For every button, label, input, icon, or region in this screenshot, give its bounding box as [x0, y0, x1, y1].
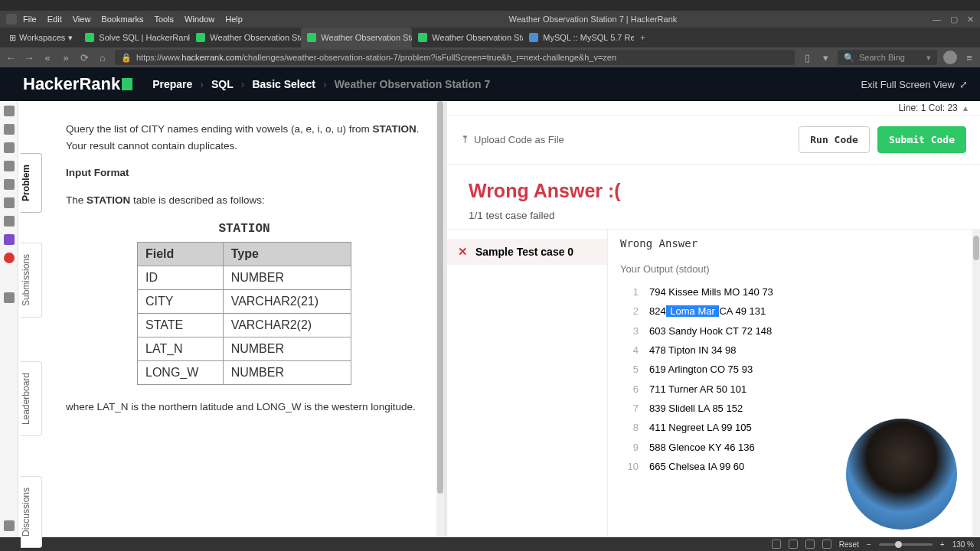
tab-discussions[interactable]: Discussions	[21, 476, 42, 548]
output-line: 3603 Sandy Hook CT 72 148	[620, 321, 968, 341]
rail-icon[interactable]	[4, 161, 15, 171]
menu-view[interactable]: View	[73, 15, 91, 24]
window-controls: — ▢ ✕	[933, 15, 974, 24]
upload-icon: ⤒	[461, 134, 469, 145]
browser-tabbar: ⊞Workspaces▾ Solve SQL | HackerRank Weat…	[0, 28, 980, 47]
breadcrumb: Prepare › SQL › Basic Select › Weather O…	[152, 78, 490, 90]
rail-icon[interactable]	[4, 179, 15, 190]
tab-problem[interactable]: Problem	[21, 153, 42, 213]
webcam-overlay	[846, 419, 957, 530]
input-format-heading: Input Format	[66, 165, 423, 181]
logo-square-icon	[122, 78, 132, 90]
vertical-tabs: Problem Submissions Leaderboard Discussi…	[18, 101, 44, 537]
url-input[interactable]: 🔒 https://www.hackerrank.com/challenges/…	[115, 50, 795, 65]
browser-menubar: File Edit View Bookmarks Tools Window He…	[0, 11, 980, 28]
search-icon: 🔍	[844, 53, 854, 63]
reset-button[interactable]: Reset	[839, 540, 859, 549]
home-icon[interactable]: ⌂	[96, 52, 109, 64]
output-line: 7839 Slidell LA 85 152	[620, 399, 968, 418]
breadcrumb-item-current: Weather Observation Station 7	[335, 78, 491, 90]
reader-icon[interactable]: ▯	[801, 52, 813, 64]
tab-leaderboard[interactable]: Leaderboard	[21, 361, 42, 436]
action-bar: ⤒ Upload Code as File Run Code Submit Co…	[447, 116, 980, 165]
schema-table: FieldType IDNUMBER CITYVARCHAR2(21) STAT…	[137, 242, 351, 385]
rail-icon[interactable]	[4, 124, 15, 135]
menu-window[interactable]: Window	[185, 15, 214, 24]
output-line: 5619 Arlington CO 75 93	[620, 360, 968, 379]
testcase-list: ✕ Sample Test case 0	[447, 230, 608, 537]
menu-help[interactable]: Help	[225, 15, 243, 24]
profile-avatar[interactable]	[943, 51, 957, 64]
history-fwd-icon[interactable]: »	[60, 52, 72, 64]
main-content: Problem Submissions Leaderboard Discussi…	[0, 101, 980, 537]
rail-icon[interactable]	[4, 216, 15, 227]
rail-icon[interactable]	[4, 106, 15, 116]
rail-icon[interactable]	[4, 234, 15, 245]
browser-tab-active[interactable]: Weather Observation Stati	[301, 28, 412, 47]
zoom-in-icon[interactable]: +	[940, 540, 945, 549]
favicon-icon	[418, 33, 427, 42]
tab-submissions[interactable]: Submissions	[21, 243, 42, 318]
window-titlebar	[0, 0, 980, 11]
schema-table-image: STATION FieldType IDNUMBER CITYVARCHAR2(…	[137, 222, 351, 385]
fail-icon: ✕	[458, 245, 468, 259]
history-back-icon[interactable]: «	[41, 52, 54, 64]
minimize-icon[interactable]: —	[933, 15, 941, 24]
tool-icon[interactable]	[822, 540, 831, 549]
menu-bookmarks[interactable]: Bookmarks	[101, 15, 143, 24]
browser-tab[interactable]: Weather Observation Stati	[412, 28, 523, 47]
browser-tab[interactable]: Solve SQL | HackerRank	[79, 28, 190, 47]
browser-urlbar: ← → « » ⟳ ⌂ 🔒 https://www.hackerrank.com…	[0, 47, 980, 67]
breadcrumb-item[interactable]: Basic Select	[252, 78, 315, 90]
maximize-icon[interactable]: ▢	[950, 15, 958, 24]
back-icon[interactable]: ←	[5, 52, 17, 64]
bottom-bar: Reset − + 130 %	[0, 537, 980, 551]
scrollbar[interactable]	[972, 230, 980, 537]
tool-icon[interactable]	[772, 540, 781, 549]
browser-tab[interactable]: Weather Observation Stati	[190, 28, 301, 47]
menu-tools[interactable]: Tools	[154, 15, 174, 24]
zoom-out-icon[interactable]: −	[867, 540, 871, 549]
result-title: Wrong Answer :(	[469, 180, 959, 202]
tool-icon[interactable]	[789, 540, 798, 549]
chevron-right-icon: ›	[200, 78, 204, 90]
breadcrumb-item[interactable]: Prepare	[152, 78, 192, 90]
zoom-slider[interactable]	[879, 543, 933, 546]
upload-code-button[interactable]: ⤒ Upload Code as File	[461, 134, 564, 145]
testcase-item[interactable]: ✕ Sample Test case 0	[447, 239, 607, 265]
table-intro: The STATION table is described as follow…	[66, 192, 423, 209]
lock-icon: 🔒	[121, 53, 132, 63]
result-header: Wrong Answer :( 1/1 test case failed	[447, 165, 980, 229]
browser-tab[interactable]: MySQL :: MySQL 5.7 Refere	[523, 28, 634, 47]
output-line: 4478 Tipton IN 34 98	[620, 341, 968, 360]
tool-icon[interactable]	[805, 540, 815, 549]
stdout-label: Your Output (stdout)	[620, 263, 968, 275]
menu-icon[interactable]: ≡	[963, 52, 975, 64]
rail-icon[interactable]	[4, 292, 15, 303]
window-title: Weather Observation Station 7 | HackerRa…	[253, 15, 933, 24]
firefox-icon	[6, 14, 17, 24]
zoom-value: 130 %	[952, 540, 974, 549]
run-code-button[interactable]: Run Code	[799, 126, 870, 153]
menu-edit[interactable]: Edit	[47, 15, 62, 24]
breadcrumb-item[interactable]: SQL	[211, 78, 234, 90]
close-icon[interactable]: ✕	[967, 15, 974, 24]
hackerrank-logo[interactable]: HackerRank	[23, 74, 132, 94]
rail-icon[interactable]	[4, 253, 15, 263]
workspaces-button[interactable]: ⊞Workspaces▾	[3, 33, 79, 43]
rail-icon[interactable]	[4, 142, 15, 153]
forward-icon[interactable]: →	[23, 52, 35, 64]
output-line: 6711 Turner AR 50 101	[620, 380, 968, 399]
settings-icon[interactable]	[4, 520, 15, 531]
menu-file[interactable]: File	[23, 15, 37, 24]
rail-icon[interactable]	[4, 197, 15, 208]
search-input[interactable]: 🔍 Search Bing ▾	[838, 50, 937, 65]
new-tab-button[interactable]: +	[634, 33, 651, 42]
scrollbar[interactable]	[436, 101, 444, 537]
submit-code-button[interactable]: Submit Code	[877, 126, 966, 153]
exit-fullscreen-button[interactable]: Exit Full Screen View ⤢	[861, 79, 968, 90]
reload-icon[interactable]: ⟳	[78, 52, 90, 64]
editor-linecol: Line: 1 Col: 23 ▴	[447, 101, 980, 116]
result-summary: 1/1 test case failed	[469, 210, 959, 221]
bookmark-dropdown-icon[interactable]: ▾	[819, 52, 831, 64]
